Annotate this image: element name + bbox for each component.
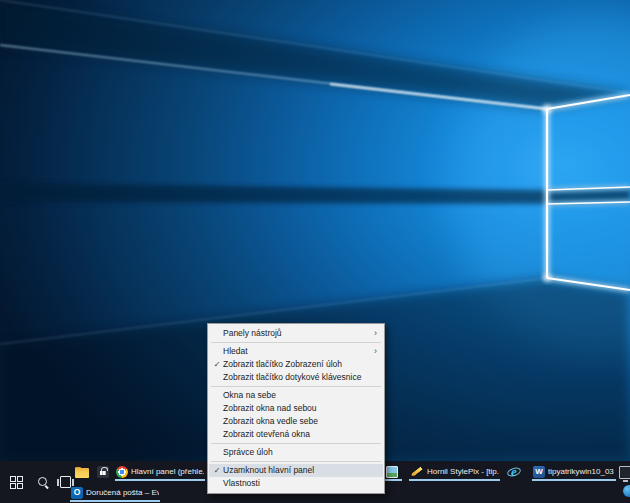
menu-separator xyxy=(211,386,381,387)
pencil-icon xyxy=(410,465,424,478)
chrome-icon xyxy=(116,466,128,478)
search-icon xyxy=(37,476,50,489)
windows-logo-icon xyxy=(10,476,23,489)
menu-item-show-windows-side-by-side[interactable]: Zobrazit okna vedle sebe xyxy=(209,415,383,428)
running-indicator xyxy=(70,500,160,502)
taskbar-button-label: Hornil StylePix - [tip... xyxy=(427,467,499,476)
search-button[interactable] xyxy=(31,461,55,503)
menu-separator xyxy=(211,342,381,343)
running-indicator xyxy=(115,479,205,481)
taskbar-button-label: Doručená pošta – Eve... xyxy=(86,488,159,497)
taskbar-button-chrome[interactable]: Hlavní panel (přehle... xyxy=(113,461,207,482)
photos-icon xyxy=(386,466,398,478)
menu-item-show-open-windows[interactable]: Zobrazit otevřená okna xyxy=(209,428,383,441)
menu-separator xyxy=(211,461,381,462)
submenu-arrow-icon: › xyxy=(374,345,377,358)
menu-item-properties[interactable]: Vlastnosti xyxy=(209,477,383,490)
word-icon: W xyxy=(533,466,545,478)
taskbar-button-word[interactable]: W tipyatrikywin10_03 [... xyxy=(530,461,618,482)
running-indicator xyxy=(409,479,500,481)
taskbar-button-file-explorer[interactable] xyxy=(72,461,94,482)
menu-item-cascade-windows[interactable]: Okna na sebe xyxy=(209,389,383,402)
taskbar-button-store[interactable] xyxy=(94,461,112,482)
menu-item-show-touch-keyboard-button[interactable]: Zobrazit tlačítko dotykové klávesnice xyxy=(209,371,383,384)
taskbar-button-label: Hlavní panel (přehle... xyxy=(131,467,204,476)
checkmark-icon: ✓ xyxy=(212,358,222,371)
checkmark-icon: ✓ xyxy=(212,464,222,477)
desktop[interactable]: Hlavní panel (přehle... Hornil StylePix … xyxy=(0,0,630,503)
menu-item-show-windows-stacked[interactable]: Zobrazit okna nad sebou xyxy=(209,402,383,415)
file-explorer-icon xyxy=(75,467,89,478)
outlook-icon: O xyxy=(71,487,83,499)
store-icon xyxy=(97,466,109,478)
taskbar-button-label: tipyatrikywin10_03 [... xyxy=(548,467,615,476)
taskbar-button-photos[interactable] xyxy=(383,461,404,482)
taskbar-context-menu: Panely nástrojů › Hledat › ✓ Zobrazit tl… xyxy=(207,323,385,494)
menu-item-show-task-view-button[interactable]: ✓ Zobrazit tlačítko Zobrazení úloh xyxy=(209,358,383,371)
menu-separator xyxy=(211,443,381,444)
menu-item-task-manager[interactable]: Správce úloh xyxy=(209,446,383,459)
submenu-arrow-icon: › xyxy=(374,327,377,340)
tray-monitor-icon[interactable] xyxy=(619,466,630,479)
running-indicator xyxy=(532,479,616,481)
menu-item-search[interactable]: Hledat › xyxy=(209,345,383,358)
tray-network-icon[interactable] xyxy=(623,485,630,497)
taskbar-button-internet-explorer[interactable]: e xyxy=(504,461,528,482)
running-indicator xyxy=(385,479,402,481)
start-button[interactable] xyxy=(3,461,29,503)
menu-item-toolbars[interactable]: Panely nástrojů › xyxy=(209,327,383,340)
taskbar-button-outlook[interactable]: O Doručená pošta – Eve... xyxy=(68,482,162,503)
internet-explorer-icon: e xyxy=(507,465,521,479)
taskbar-button-stylepix[interactable]: Hornil StylePix - [tip... xyxy=(407,461,502,482)
menu-item-lock-taskbar[interactable]: ✓ Uzamknout hlavní panel xyxy=(209,464,383,477)
